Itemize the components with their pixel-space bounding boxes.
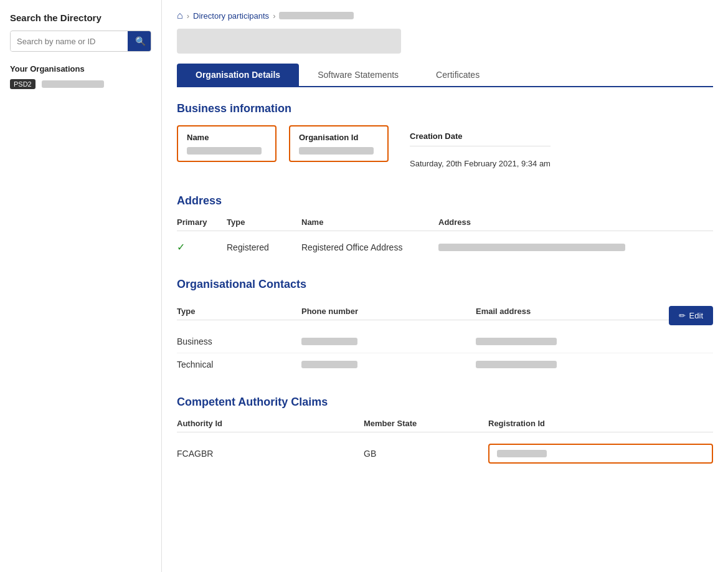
contacts-row-technical: Technical bbox=[177, 353, 713, 376]
contacts-title: Organisational Contacts bbox=[177, 278, 306, 291]
authority-table-row: FCAGBR GB bbox=[177, 437, 713, 470]
contacts-col-type: Type bbox=[177, 307, 301, 316]
org-item: PSD2 bbox=[10, 79, 151, 89]
registration-id-bar bbox=[497, 450, 547, 457]
address-section: Address Primary Type Name Address ✓ Regi… bbox=[177, 194, 713, 258]
authority-col-id: Authority Id bbox=[177, 419, 364, 428]
tab-software-statements[interactable]: Software Statements bbox=[299, 64, 417, 86]
org-name-bar bbox=[42, 80, 104, 88]
sidebar: Search the Directory 🔍 Your Organisation… bbox=[0, 0, 162, 572]
technical-phone-bar bbox=[301, 361, 357, 368]
member-state-value: GB bbox=[364, 449, 488, 459]
tab-organisation-details[interactable]: Organisation Details bbox=[177, 64, 299, 86]
business-info-fields: Name Organisation Id Creation Date Satur… bbox=[177, 125, 713, 174]
org-id-field: Organisation Id bbox=[289, 125, 389, 162]
creation-date-value: Saturday, 20th February 2021, 9:34 am bbox=[410, 154, 551, 168]
search-box: 🔍 bbox=[10, 31, 151, 52]
breadcrumb-directory-participants[interactable]: Directory participants bbox=[193, 11, 269, 21]
address-col-type: Type bbox=[227, 217, 301, 227]
contacts-table-header: Type Phone number Email address bbox=[177, 307, 669, 320]
edit-button[interactable]: ✏ Edit bbox=[669, 306, 713, 325]
business-info-title: Business information bbox=[177, 102, 713, 115]
creation-date-label: Creation Date bbox=[410, 131, 551, 141]
authority-col-reg-id: Registration Id bbox=[488, 419, 713, 428]
breadcrumb-separator-1: › bbox=[187, 11, 189, 21]
search-button[interactable]: 🔍 bbox=[128, 31, 151, 51]
contacts-row-business: Business bbox=[177, 330, 713, 353]
address-col-primary: Primary bbox=[177, 217, 227, 227]
edit-icon: ✏ bbox=[679, 311, 686, 320]
breadcrumb-separator-2: › bbox=[273, 11, 275, 21]
address-name-value: Registered Office Address bbox=[301, 242, 438, 252]
address-table-row: ✓ Registered Registered Office Address bbox=[177, 236, 713, 258]
contacts-col-email: Email address bbox=[476, 307, 669, 316]
name-label: Name bbox=[187, 133, 267, 142]
business-email-bar bbox=[476, 338, 557, 345]
main-content: ⌂ › Directory participants › Organisatio… bbox=[162, 0, 728, 572]
authority-table-header: Authority Id Member State Registration I… bbox=[177, 419, 713, 432]
breadcrumb-current bbox=[279, 12, 354, 19]
authority-id-value: FCAGBR bbox=[177, 449, 364, 459]
contact-type-business: Business bbox=[177, 336, 301, 346]
address-col-name: Name bbox=[301, 217, 438, 227]
breadcrumb: ⌂ › Directory participants › bbox=[177, 10, 713, 21]
contacts-col-phone: Phone number bbox=[301, 307, 476, 316]
address-value-bar bbox=[438, 244, 625, 251]
primary-check-icon: ✓ bbox=[177, 241, 227, 253]
org-id-value bbox=[299, 147, 374, 155]
creation-date-field: Creation Date Saturday, 20th February 20… bbox=[401, 125, 559, 174]
registration-id-cell bbox=[488, 444, 713, 464]
your-organisations-title: Your Organisations bbox=[10, 64, 151, 74]
tabs: Organisation Details Software Statements… bbox=[177, 64, 713, 87]
address-col-address: Address bbox=[438, 217, 713, 227]
business-phone-bar bbox=[301, 338, 357, 345]
tab-certificates[interactable]: Certificates bbox=[417, 64, 498, 86]
home-icon[interactable]: ⌂ bbox=[177, 10, 183, 21]
address-type-value: Registered bbox=[227, 242, 301, 252]
org-id-label: Organisation Id bbox=[299, 133, 379, 142]
contact-type-technical: Technical bbox=[177, 360, 301, 369]
contacts-header-row: Organisational Contacts bbox=[177, 278, 713, 301]
search-icon: 🔍 bbox=[135, 36, 146, 46]
page-title-bar bbox=[177, 29, 401, 54]
technical-email-bar bbox=[476, 361, 557, 368]
address-title: Address bbox=[177, 194, 713, 207]
address-table-header: Primary Type Name Address bbox=[177, 217, 713, 231]
psd2-badge: PSD2 bbox=[10, 79, 35, 89]
edit-label: Edit bbox=[689, 311, 703, 320]
authority-col-member-state: Member State bbox=[364, 419, 488, 428]
authority-section: Competent Authority Claims Authority Id … bbox=[177, 396, 713, 470]
authority-title: Competent Authority Claims bbox=[177, 396, 713, 409]
search-input[interactable] bbox=[11, 32, 128, 51]
sidebar-title: Search the Directory bbox=[10, 12, 151, 23]
name-field: Name bbox=[177, 125, 277, 162]
contacts-section: Organisational Contacts Type Phone numbe… bbox=[177, 278, 713, 376]
name-value bbox=[187, 147, 262, 155]
business-info-section: Business information Name Organisation I… bbox=[177, 102, 713, 174]
